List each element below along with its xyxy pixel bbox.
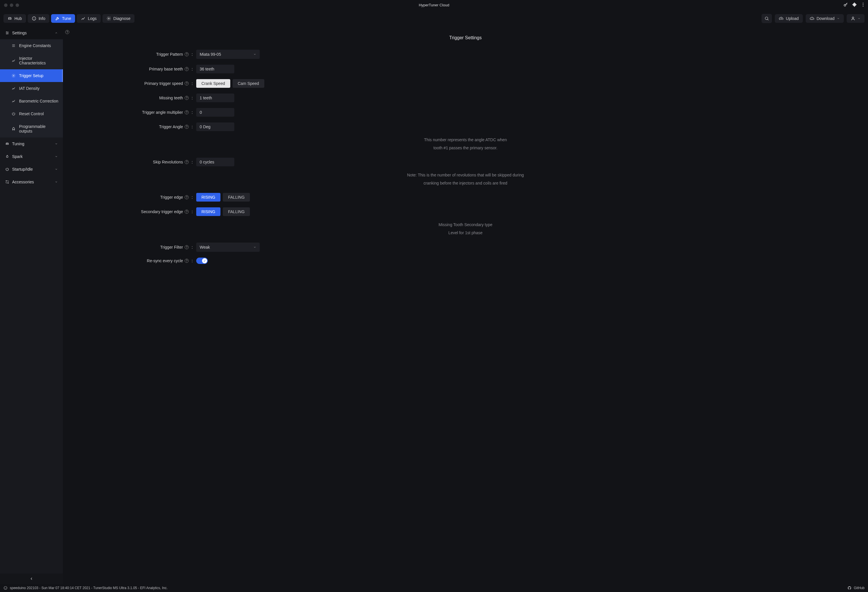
input-trigger-angle-multiplier[interactable]: 0 [196,108,234,117]
chevron-down-icon [837,17,840,20]
label-skip-revolutions: Skip Revolutions [153,160,183,164]
close-window-icon[interactable] [4,3,7,7]
gear-icon [12,74,16,78]
sidebar-group-spark[interactable]: Spark [0,150,63,163]
chart-icon [81,16,86,21]
input-value: 1 teeth [200,96,212,100]
minimize-window-icon[interactable] [10,3,13,7]
help-icon[interactable]: ? [185,245,189,249]
more-icon[interactable] [861,2,866,8]
svg-point-5 [108,18,109,19]
svg-point-1 [863,3,864,3]
cloud-upload-icon [779,16,784,21]
sidebar-group-accessories[interactable]: Accessories [0,176,63,188]
status-text: speeduino 202103 - Sun Mar 07 18:40:14 C… [10,586,168,590]
sidebar-accessories-label: Accessories [12,180,34,184]
svg-point-7 [852,17,853,18]
input-skip-revolutions[interactable]: 0 cycles [196,158,234,166]
upload-button[interactable]: Upload [775,14,803,23]
segmented-secondary-trigger-edge: RISING FALLING [196,207,250,216]
svg-point-2 [863,4,864,5]
sidebar-tuning-label: Tuning [12,142,24,146]
tab-hub[interactable]: Hub [3,14,26,23]
option-falling[interactable]: FALLING [223,207,250,216]
gear-icon [106,16,111,21]
sidebar-group-settings[interactable]: Settings [0,27,63,39]
cloud-download-icon [810,16,814,21]
download-label: Download [816,16,834,21]
maximize-window-icon[interactable] [16,3,19,7]
user-menu-button[interactable] [847,14,865,23]
chart-icon [12,99,16,103]
tab-info-label: Info [39,16,45,21]
sidebar-item-trigger-setup[interactable]: Trigger Setup [0,69,63,82]
sidebar-group-tuning[interactable]: Tuning [0,138,63,150]
key-icon[interactable] [843,2,848,8]
download-button[interactable]: Download [806,14,844,23]
label-resync: Re-sync every cycle [147,259,183,263]
car-icon [5,142,9,146]
sidebar-item-iat-density[interactable]: IAT Density [0,82,63,95]
desc-skip-revolutions: Note: This is the number of revolutions … [69,171,862,187]
sidebar-item-injector-characteristics[interactable]: Injector Characteristics [0,52,63,69]
statusbar: speeduino 202103 - Sun Mar 07 18:40:14 C… [0,584,868,592]
chart-icon [12,86,16,90]
help-icon[interactable]: ? [185,210,189,214]
label-trigger-pattern: Trigger Pattern [156,52,183,56]
car-icon [7,16,12,21]
option-rising[interactable]: RISING [196,207,220,216]
tab-tune[interactable]: Tune [51,14,75,23]
sidebar: Settings Engine Constants Injector Chara… [0,27,63,584]
segmented-primary-trigger-speed: Crank Speed Cam Speed [196,79,264,88]
help-icon[interactable]: ? [185,195,189,199]
titlebar: HyperTuner Cloud [0,0,868,10]
label-trigger-angle: Trigger Angle [159,124,183,129]
select-trigger-pattern[interactable]: Miata 99-05 [196,50,260,59]
power-icon [12,112,16,116]
help-icon[interactable]: ? [185,52,189,56]
input-missing-teeth[interactable]: 1 teeth [196,93,234,102]
tab-diagnose[interactable]: Diagnose [102,14,134,23]
help-icon[interactable]: ? [185,96,189,100]
api-icon [5,180,9,184]
sidebar-item-engine-constants[interactable]: Engine Constants [0,39,63,52]
select-value: Weak [200,245,210,250]
help-icon[interactable]: ? [185,81,189,86]
desc-trigger-angle: This number represents the angle ATDC wh… [69,136,862,152]
help-icon[interactable]: ? [185,259,189,263]
label-secondary-trigger-edge: Secondary trigger edge [141,209,183,214]
sidebar-collapse-button[interactable] [0,574,63,584]
search-button[interactable] [762,14,772,23]
sidebar-group-startup-idle[interactable]: Startup/Idle [0,163,63,176]
help-icon[interactable]: ? [185,110,189,114]
help-icon[interactable]: ? [185,160,189,164]
sidebar-item-programmable-outputs[interactable]: Programmable outputs [0,120,63,138]
input-primary-base-teeth[interactable]: 36 teeth [196,65,234,73]
svg-point-9 [6,181,6,181]
search-icon [765,16,769,21]
help-icon[interactable]: ? [185,67,189,71]
option-rising[interactable]: RISING [196,193,220,201]
sidebar-item-barometric-correction[interactable]: Barometric Correction [0,95,63,107]
toggle-resync[interactable]: ✓ [196,258,208,264]
tab-info[interactable]: Info [28,14,49,23]
page-help-icon[interactable]: ? [65,30,69,34]
help-icon[interactable]: ? [185,125,189,129]
tab-logs[interactable]: Logs [77,14,100,23]
tab-hub-label: Hub [15,16,22,21]
select-trigger-filter[interactable]: Weak [196,243,260,252]
user-icon [851,16,855,21]
option-falling[interactable]: FALLING [223,193,250,201]
input-trigger-angle[interactable]: 0 Deg [196,123,234,131]
sidebar-spark-label: Spark [12,154,23,159]
extension-icon[interactable] [852,2,857,8]
upload-label: Upload [786,16,799,21]
option-crank-speed[interactable]: Crank Speed [196,79,230,88]
sidebar-item-reset-control[interactable]: Reset Control [0,107,63,120]
chevron-left-icon [30,577,34,581]
sliders-icon [5,31,9,35]
option-cam-speed[interactable]: Cam Speed [233,79,264,88]
tab-diagnose-label: Diagnose [114,16,130,21]
tool-icon [55,16,60,21]
github-link[interactable]: GitHub [847,586,865,590]
